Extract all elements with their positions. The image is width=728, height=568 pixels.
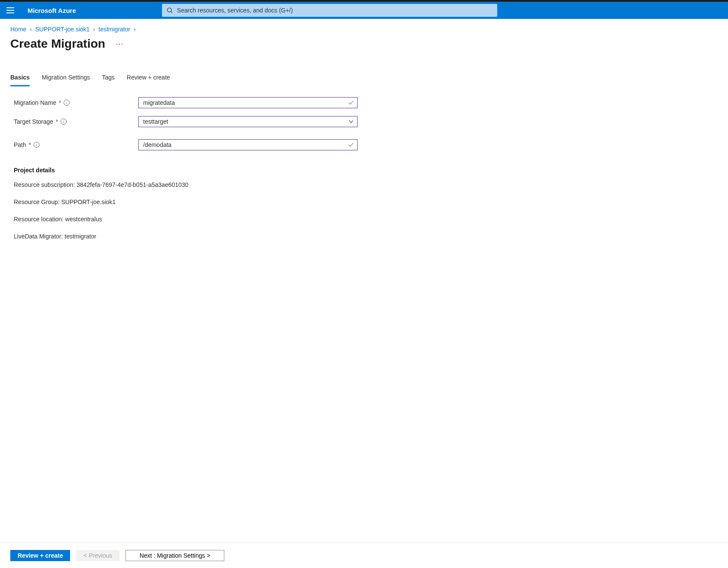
detail-label: LiveData Migrator [14,233,61,240]
detail-value: testmigrator [64,233,96,240]
migration-name-input[interactable] [138,97,358,108]
detail-label: Resource Group [14,198,58,205]
detail-label: Resource location [14,216,62,223]
info-icon[interactable]: i [34,142,40,148]
breadcrumb-home[interactable]: Home [10,26,26,33]
search-wrap [93,4,728,17]
required-star: * [59,99,61,106]
page-title: Create Migration [10,37,105,51]
label-text: Target Storage [14,118,53,125]
detail-migrator: LiveData Migrator: testmigrator [14,233,718,240]
breadcrumb-testmigrator[interactable]: testmigrator [98,26,130,33]
content-area: Home › SUPPORT-joe.siok1 › testmigrator … [0,19,728,543]
target-storage-select[interactable] [138,116,358,127]
chevron-right-icon: › [134,26,136,33]
detail-value: 3842fefa-7697-4e7d-b051-a5a3ae601030 [76,181,188,188]
info-icon[interactable]: i [61,119,67,125]
menu-button[interactable] [0,2,21,19]
detail-subscription: Resource subscription: 3842fefa-7697-4e7… [14,181,718,188]
detail-label: Resource subscription [14,181,73,188]
next-button[interactable]: Next : Migration Settings > [125,550,224,561]
chevron-down-icon[interactable] [348,119,354,125]
breadcrumb-support[interactable]: SUPPORT-joe.siok1 [35,26,90,33]
tab-review-create[interactable]: Review + create [127,72,170,86]
form-basics: Migration Name * i Target Storage * [10,97,718,240]
detail-value: SUPPORT-joe.siok1 [61,198,116,205]
label-migration-name: Migration Name * i [14,99,138,106]
label-text: Path [14,141,26,148]
previous-button: < Previous [76,550,119,561]
tab-tags[interactable]: Tags [102,72,115,86]
chevron-right-icon: › [30,26,32,33]
label-target-storage: Target Storage * i [14,118,138,125]
search-icon [167,7,173,13]
field-path [138,139,358,150]
field-migration-name [138,97,358,108]
search-input[interactable] [177,7,492,14]
review-create-button[interactable]: Review + create [10,550,70,561]
topbar: Microsoft Azure [0,2,728,19]
chevron-right-icon: › [93,26,95,33]
field-target-storage [138,116,358,127]
label-path: Path * i [14,141,138,148]
more-actions-button[interactable]: ⋯ [114,37,126,50]
svg-point-3 [167,8,171,12]
required-star: * [56,118,58,125]
info-icon[interactable]: i [64,100,70,106]
path-input[interactable] [138,139,358,150]
label-text: Migration Name [14,99,56,106]
breadcrumb: Home › SUPPORT-joe.siok1 › testmigrator … [10,26,718,33]
tab-basics[interactable]: Basics [10,72,30,86]
title-row: Create Migration ⋯ [10,37,718,51]
search-box[interactable] [162,4,497,17]
project-details-header: Project details [14,167,718,174]
required-star: * [29,141,31,148]
tab-migration-settings[interactable]: Migration Settings [42,72,90,86]
detail-location: Resource location: westcentralus [14,216,718,223]
svg-line-4 [171,12,172,13]
tabs: Basics Migration Settings Tags Review + … [10,72,718,87]
detail-resource-group: Resource Group: SUPPORT-joe.siok1 [14,198,718,205]
footer: Review + create < Previous Next : Migrat… [0,543,728,568]
detail-value: westcentralus [65,216,102,223]
row-path: Path * i [14,139,718,150]
row-target-storage: Target Storage * i [14,116,718,127]
row-migration-name: Migration Name * i [14,97,718,108]
brand-label[interactable]: Microsoft Azure [28,7,76,14]
hamburger-icon [6,7,14,13]
